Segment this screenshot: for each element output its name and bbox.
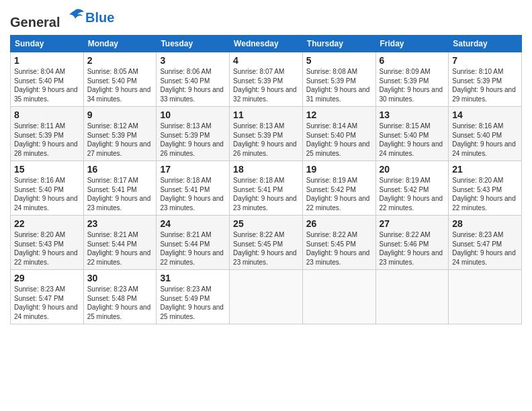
day-info: Sunrise: 8:10 AM Sunset: 5:39 PM Dayligh… <box>452 67 518 103</box>
logo-general: General <box>10 15 60 30</box>
day-cell <box>302 270 375 324</box>
day-number: 8 <box>14 109 80 120</box>
day-info: Sunrise: 8:23 AM Sunset: 5:47 PM Dayligh… <box>452 230 518 267</box>
day-number: 26 <box>306 218 372 229</box>
weekday-header-wednesday: Wednesday <box>230 36 303 52</box>
week-row-4: 22 Sunrise: 8:20 AM Sunset: 5:43 PM Dayl… <box>11 216 522 270</box>
day-info: Sunrise: 8:09 AM Sunset: 5:39 PM Dayligh… <box>380 67 445 103</box>
day-info: Sunrise: 8:19 AM Sunset: 5:42 PM Dayligh… <box>380 176 445 212</box>
day-cell: 19 Sunrise: 8:19 AM Sunset: 5:42 PM Dayl… <box>302 161 375 216</box>
week-row-2: 8 Sunrise: 8:11 AM Sunset: 5:39 PM Dayli… <box>11 107 522 161</box>
day-cell: 10 Sunrise: 8:13 AM Sunset: 5:39 PM Dayl… <box>157 107 230 161</box>
logo: General Blue <box>10 7 114 30</box>
day-info: Sunrise: 8:17 AM Sunset: 5:41 PM Dayligh… <box>87 176 153 212</box>
day-number: 11 <box>233 109 299 120</box>
day-cell: 6 Sunrise: 8:09 AM Sunset: 5:39 PM Dayli… <box>375 52 449 107</box>
day-number: 1 <box>14 55 80 66</box>
day-number: 3 <box>160 55 226 66</box>
weekday-header-monday: Monday <box>83 36 157 52</box>
day-number: 27 <box>380 218 445 229</box>
logo-bird-icon <box>65 7 85 27</box>
day-number: 30 <box>87 273 153 283</box>
day-cell: 2 Sunrise: 8:05 AM Sunset: 5:40 PM Dayli… <box>83 52 157 107</box>
day-info: Sunrise: 8:20 AM Sunset: 5:43 PM Dayligh… <box>14 230 80 267</box>
day-cell: 29 Sunrise: 8:23 AM Sunset: 5:47 PM Dayl… <box>11 270 84 324</box>
day-cell <box>230 270 303 324</box>
day-cell: 21 Sunrise: 8:20 AM Sunset: 5:43 PM Dayl… <box>449 161 522 216</box>
day-cell <box>375 270 449 324</box>
day-number: 13 <box>380 109 445 120</box>
day-cell <box>449 270 522 324</box>
day-cell: 1 Sunrise: 8:04 AM Sunset: 5:40 PM Dayli… <box>11 52 84 107</box>
day-cell: 25 Sunrise: 8:22 AM Sunset: 5:45 PM Dayl… <box>230 216 303 270</box>
day-cell: 18 Sunrise: 8:18 AM Sunset: 5:41 PM Dayl… <box>230 161 303 216</box>
weekday-header-thursday: Thursday <box>302 36 375 52</box>
day-number: 10 <box>160 109 226 120</box>
header: General Blue <box>10 7 522 30</box>
day-info: Sunrise: 8:16 AM Sunset: 5:40 PM Dayligh… <box>14 176 80 212</box>
week-row-3: 15 Sunrise: 8:16 AM Sunset: 5:40 PM Dayl… <box>11 161 522 216</box>
day-number: 25 <box>233 218 299 229</box>
day-info: Sunrise: 8:08 AM Sunset: 5:39 PM Dayligh… <box>306 67 372 103</box>
day-cell: 7 Sunrise: 8:10 AM Sunset: 5:39 PM Dayli… <box>449 52 522 107</box>
day-number: 7 <box>452 55 518 66</box>
day-number: 4 <box>233 55 299 66</box>
day-cell: 17 Sunrise: 8:18 AM Sunset: 5:41 PM Dayl… <box>157 161 230 216</box>
day-info: Sunrise: 8:21 AM Sunset: 5:44 PM Dayligh… <box>87 230 153 267</box>
day-cell: 28 Sunrise: 8:23 AM Sunset: 5:47 PM Dayl… <box>449 216 522 270</box>
week-row-1: 1 Sunrise: 8:04 AM Sunset: 5:40 PM Dayli… <box>11 52 522 107</box>
day-number: 16 <box>87 164 153 175</box>
day-number: 6 <box>380 55 445 66</box>
day-cell: 24 Sunrise: 8:21 AM Sunset: 5:44 PM Dayl… <box>157 216 230 270</box>
weekday-header-row: SundayMondayTuesdayWednesdayThursdayFrid… <box>11 36 522 52</box>
day-info: Sunrise: 8:06 AM Sunset: 5:40 PM Dayligh… <box>160 67 226 103</box>
day-info: Sunrise: 8:13 AM Sunset: 5:39 PM Dayligh… <box>233 122 299 158</box>
day-info: Sunrise: 8:23 AM Sunset: 5:47 PM Dayligh… <box>14 285 80 321</box>
day-number: 5 <box>306 55 372 66</box>
day-number: 20 <box>380 164 445 175</box>
day-cell: 23 Sunrise: 8:21 AM Sunset: 5:44 PM Dayl… <box>83 216 157 270</box>
day-cell: 30 Sunrise: 8:23 AM Sunset: 5:48 PM Dayl… <box>83 270 157 324</box>
day-info: Sunrise: 8:11 AM Sunset: 5:39 PM Dayligh… <box>14 122 80 158</box>
day-number: 29 <box>14 273 80 283</box>
logo-blue: Blue <box>85 10 114 25</box>
weekday-header-friday: Friday <box>375 36 449 52</box>
day-cell: 15 Sunrise: 8:16 AM Sunset: 5:40 PM Dayl… <box>11 161 84 216</box>
weekday-header-sunday: Sunday <box>11 36 84 52</box>
day-number: 28 <box>452 218 518 229</box>
page-container: General Blue SundayMondayTuesdayWednesda… <box>0 0 532 331</box>
day-cell: 12 Sunrise: 8:14 AM Sunset: 5:40 PM Dayl… <box>302 107 375 161</box>
day-info: Sunrise: 8:18 AM Sunset: 5:41 PM Dayligh… <box>233 176 299 212</box>
day-cell: 20 Sunrise: 8:19 AM Sunset: 5:42 PM Dayl… <box>375 161 449 216</box>
day-info: Sunrise: 8:18 AM Sunset: 5:41 PM Dayligh… <box>160 176 226 212</box>
day-cell: 13 Sunrise: 8:15 AM Sunset: 5:40 PM Dayl… <box>375 107 449 161</box>
day-cell: 27 Sunrise: 8:22 AM Sunset: 5:46 PM Dayl… <box>375 216 449 270</box>
day-cell: 14 Sunrise: 8:16 AM Sunset: 5:40 PM Dayl… <box>449 107 522 161</box>
day-info: Sunrise: 8:22 AM Sunset: 5:46 PM Dayligh… <box>380 230 445 267</box>
day-info: Sunrise: 8:15 AM Sunset: 5:40 PM Dayligh… <box>380 122 445 158</box>
day-info: Sunrise: 8:22 AM Sunset: 5:45 PM Dayligh… <box>233 230 299 267</box>
day-info: Sunrise: 8:20 AM Sunset: 5:43 PM Dayligh… <box>452 176 518 212</box>
day-number: 19 <box>306 164 372 175</box>
day-number: 23 <box>87 218 153 229</box>
day-info: Sunrise: 8:23 AM Sunset: 5:49 PM Dayligh… <box>160 285 226 321</box>
day-info: Sunrise: 8:12 AM Sunset: 5:39 PM Dayligh… <box>87 122 153 158</box>
day-info: Sunrise: 8:22 AM Sunset: 5:45 PM Dayligh… <box>306 230 372 267</box>
weekday-header-saturday: Saturday <box>449 36 522 52</box>
day-cell: 31 Sunrise: 8:23 AM Sunset: 5:49 PM Dayl… <box>157 270 230 324</box>
day-info: Sunrise: 8:23 AM Sunset: 5:48 PM Dayligh… <box>87 285 153 321</box>
day-number: 9 <box>87 109 153 120</box>
day-number: 22 <box>14 218 80 229</box>
day-number: 21 <box>452 164 518 175</box>
day-info: Sunrise: 8:14 AM Sunset: 5:40 PM Dayligh… <box>306 122 372 158</box>
day-cell: 11 Sunrise: 8:13 AM Sunset: 5:39 PM Dayl… <box>230 107 303 161</box>
day-number: 14 <box>452 109 518 120</box>
weekday-header-tuesday: Tuesday <box>157 36 230 52</box>
day-number: 15 <box>14 164 80 175</box>
day-info: Sunrise: 8:19 AM Sunset: 5:42 PM Dayligh… <box>306 176 372 212</box>
calendar-table: SundayMondayTuesdayWednesdayThursdayFrid… <box>10 35 522 324</box>
day-info: Sunrise: 8:16 AM Sunset: 5:40 PM Dayligh… <box>452 122 518 158</box>
day-number: 31 <box>160 273 226 283</box>
day-info: Sunrise: 8:21 AM Sunset: 5:44 PM Dayligh… <box>160 230 226 267</box>
day-cell: 16 Sunrise: 8:17 AM Sunset: 5:41 PM Dayl… <box>83 161 157 216</box>
